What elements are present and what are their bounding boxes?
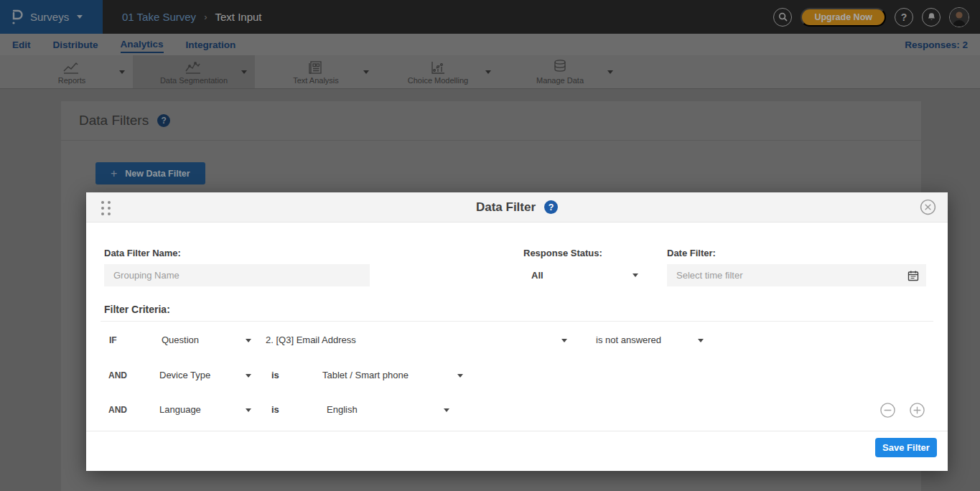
connector-label: AND bbox=[108, 403, 127, 417]
close-icon[interactable] bbox=[919, 198, 937, 219]
criteria-row-1: IF Question 2. [Q3] Email Address is not… bbox=[86, 333, 948, 347]
modal-help-icon[interactable]: ? bbox=[544, 200, 558, 214]
value-select-2[interactable]: Tablet / Smart phone bbox=[322, 368, 409, 383]
operator-label: is bbox=[271, 403, 279, 417]
filter-name-input[interactable] bbox=[104, 264, 370, 286]
chevron-down-icon bbox=[246, 374, 251, 378]
remove-criteria-icon[interactable] bbox=[879, 402, 896, 421]
name-field-label: Data Filter Name: bbox=[104, 248, 181, 258]
question-select-1[interactable]: 2. [Q3] Email Address bbox=[266, 333, 356, 347]
modal-footer-divider bbox=[86, 431, 948, 431]
response-status-select[interactable]: All bbox=[523, 264, 643, 286]
status-field-label: Response Status: bbox=[523, 248, 602, 258]
chevron-down-icon bbox=[561, 339, 567, 342]
connector-label: AND bbox=[108, 368, 127, 383]
criteria-section-label: Filter Criteria: bbox=[104, 304, 170, 315]
chevron-down-icon bbox=[246, 408, 251, 412]
chevron-down-icon bbox=[633, 273, 638, 277]
save-filter-button[interactable]: Save Filter bbox=[875, 438, 937, 457]
connector-label: IF bbox=[109, 333, 117, 347]
operator-select-1[interactable]: is not answered bbox=[596, 333, 661, 347]
date-field-label: Date Filter: bbox=[667, 248, 716, 258]
calendar-icon[interactable] bbox=[907, 270, 919, 281]
field-select-1[interactable]: Question bbox=[162, 333, 199, 347]
chevron-down-icon bbox=[246, 339, 251, 342]
value-select-3[interactable]: English bbox=[327, 403, 358, 417]
date-filter-field bbox=[667, 264, 926, 286]
chevron-down-icon bbox=[698, 339, 704, 342]
data-filter-modal: Data Filter ? Data Filter Name: Response… bbox=[86, 192, 948, 471]
add-criteria-icon[interactable] bbox=[909, 402, 925, 421]
drag-handle-icon[interactable] bbox=[101, 201, 111, 215]
modal-header: Data Filter ? bbox=[86, 192, 948, 223]
chevron-down-icon bbox=[457, 374, 463, 378]
criteria-row-3: AND Language is English bbox=[86, 403, 948, 417]
modal-title: Data Filter bbox=[476, 200, 536, 215]
field-select-2[interactable]: Device Type bbox=[159, 368, 210, 383]
operator-label: is bbox=[271, 368, 279, 383]
chevron-down-icon bbox=[444, 408, 449, 412]
criteria-divider bbox=[101, 321, 933, 322]
date-filter-input[interactable] bbox=[667, 270, 907, 281]
criteria-row-2: AND Device Type is Tablet / Smart phone bbox=[86, 368, 948, 383]
field-select-3[interactable]: Language bbox=[159, 403, 201, 417]
